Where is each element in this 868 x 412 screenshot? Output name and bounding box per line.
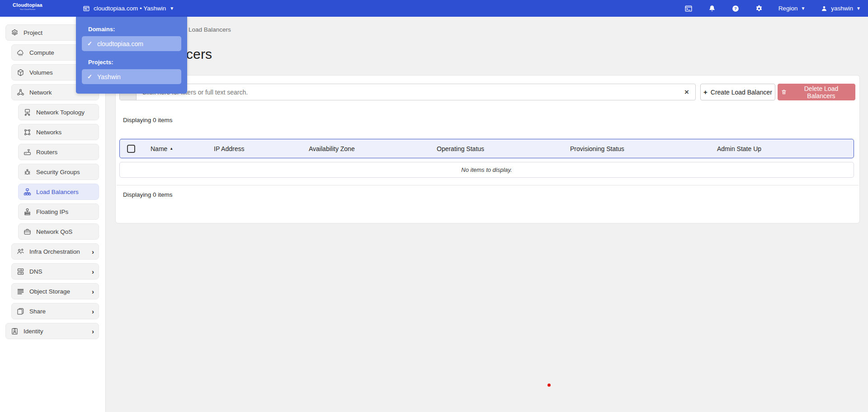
- delete-load-balancers-button[interactable]: Delete Load Balancers: [778, 84, 855, 100]
- plus-icon: +: [703, 88, 708, 96]
- domain-project-switcher[interactable]: cloudtopiaa.com • Yashwin ▼: [83, 0, 174, 17]
- red-dot-marker: [547, 384, 551, 387]
- column-label: IP Address: [214, 145, 244, 152]
- chevron-down-icon: ▼: [801, 6, 805, 11]
- username: yashwin: [831, 5, 853, 12]
- network-icon: [16, 88, 25, 97]
- project-option-label: Yashwin: [97, 73, 121, 81]
- projects-label: Projects:: [88, 59, 181, 66]
- context-list-icon: [83, 5, 90, 12]
- region-menu[interactable]: Region ▼: [778, 5, 806, 12]
- sidebar-item-label: Identity: [24, 328, 43, 335]
- column-header-availability-zone[interactable]: Availability Zone: [304, 145, 432, 152]
- column-header-admin-state-up[interactable]: Admin State Up: [712, 145, 854, 152]
- router-icon: [23, 148, 32, 156]
- sidebar-item-label: Load Balancers: [36, 189, 79, 195]
- sidebar-item-label: Floating IPs: [36, 208, 68, 215]
- networks-icon: [23, 128, 32, 137]
- user-icon: [821, 5, 828, 12]
- items-count-top: Displaying 0 items: [123, 117, 173, 123]
- domain-option-cloudtopiaa-com[interactable]: ✓cloudtopiaa.com: [82, 36, 181, 51]
- topology-icon: [23, 108, 32, 117]
- user-menu[interactable]: yashwin ▼: [821, 5, 861, 12]
- chevron-right-icon: ›: [92, 288, 94, 295]
- sidebar-item-dns[interactable]: DNS›: [11, 263, 99, 279]
- project-icon: [10, 28, 19, 37]
- sidebar-item-label: Volumes: [29, 69, 53, 76]
- column-header-provisioning-status[interactable]: Provisioning Status: [566, 145, 712, 152]
- sidebar-item-label: Security Groups: [36, 169, 80, 175]
- sidebar-item-network-qos[interactable]: Network QoS: [18, 223, 99, 240]
- sidebar-item-label: Infra Orchestration: [29, 248, 80, 255]
- security-icon: [23, 168, 32, 176]
- sidebar-item-identity[interactable]: Identity›: [5, 323, 99, 339]
- check-icon: ✓: [87, 40, 92, 47]
- check-icon: ✓: [87, 73, 92, 80]
- column-header-operating-status[interactable]: Operating Status: [432, 145, 566, 152]
- search-bar: ×: [119, 84, 696, 100]
- sidebar-item-networks[interactable]: Networks: [18, 124, 99, 140]
- bell-icon[interactable]: [708, 5, 716, 13]
- sidebar-item-infra-orchestration[interactable]: Infra Orchestration›: [11, 243, 99, 260]
- select-all-cell: [120, 145, 146, 153]
- sidebar-item-routers[interactable]: Routers: [18, 144, 99, 160]
- clear-search-icon[interactable]: ×: [678, 84, 695, 100]
- sidebar-item-share[interactable]: Share›: [11, 303, 99, 319]
- select-all-checkbox[interactable]: [127, 145, 135, 153]
- main-content: Load Balancers Load Balancers × + Create…: [106, 17, 868, 412]
- sort-asc-icon: ▲: [170, 147, 173, 151]
- column-header-name[interactable]: Name▲: [146, 145, 209, 152]
- create-load-balancer-button[interactable]: + Create Load Balancer: [700, 84, 775, 100]
- sidebar-item-label: Project: [24, 29, 42, 36]
- column-label: Provisioning Status: [570, 145, 624, 152]
- gear-icon[interactable]: [755, 5, 763, 13]
- sidebar-item-load-balancers[interactable]: Load Balancers: [18, 184, 99, 200]
- storage-icon: [16, 287, 25, 296]
- load-balancers-panel: × + Create Load Balancer Delete Load Bal…: [115, 75, 860, 223]
- chevron-right-icon: ›: [92, 248, 94, 256]
- sidebar-item-floating-ips[interactable]: Floating IPs: [18, 204, 99, 220]
- sidebar-item-label: Network Topology: [36, 109, 85, 116]
- chevron-down-icon: ▼: [170, 6, 174, 11]
- sidebar-item-label: Network: [29, 89, 52, 96]
- identity-icon: [10, 327, 19, 336]
- domains-label: Domains:: [88, 26, 181, 33]
- topbar: Cloudtopiaa Your Cloud Partner cloudtopi…: [0, 0, 868, 17]
- sidebar-item-security-groups[interactable]: Security Groups: [18, 164, 99, 180]
- domain-option-label: cloudtopiaa.com: [97, 40, 143, 47]
- create-button-label: Create Load Balancer: [711, 89, 772, 96]
- logo[interactable]: Cloudtopiaa Your Cloud Partner: [8, 3, 47, 11]
- logo-tagline: Your Cloud Partner: [14, 9, 41, 10]
- items-count-bottom: Displaying 0 items: [123, 191, 173, 198]
- column-label: Operating Status: [437, 145, 484, 152]
- search-input[interactable]: [137, 84, 678, 100]
- table-header-row: Name▲IP AddressAvailability ZoneOperatin…: [119, 139, 854, 158]
- compute-icon: [16, 48, 25, 57]
- column-header-ip-address[interactable]: IP Address: [209, 145, 304, 152]
- project-option-yashwin[interactable]: ✓Yashwin: [82, 69, 181, 84]
- domain-project-dropdown: Domains: ✓cloudtopiaa.com Projects: ✓Yas…: [76, 17, 187, 94]
- load-balancer-icon: [23, 188, 32, 196]
- sidebar-item-label: Object Storage: [29, 288, 70, 295]
- chevron-right-icon: ›: [92, 327, 94, 335]
- context-switcher-label: cloudtopiaa.com • Yashwin: [94, 5, 166, 12]
- chevron-right-icon: ›: [92, 268, 94, 275]
- breadcrumb[interactable]: Load Balancers: [189, 26, 231, 33]
- column-label: Name: [151, 145, 167, 152]
- sidebar-item-network-topology[interactable]: Network Topology: [18, 104, 99, 120]
- table-empty-row: No items to display.: [119, 162, 854, 178]
- column-label: Availability Zone: [309, 145, 355, 152]
- help-icon[interactable]: ?: [731, 5, 740, 13]
- sidebar-item-label: Networks: [36, 129, 61, 136]
- region-label: Region: [778, 5, 798, 12]
- trash-icon: [781, 89, 787, 95]
- terminal-icon[interactable]: [684, 5, 693, 13]
- qos-icon: [23, 227, 32, 236]
- infra-icon: [16, 247, 25, 256]
- sidebar-item-object-storage[interactable]: Object Storage›: [11, 283, 99, 299]
- delete-button-label: Delete Load Balancers: [790, 85, 852, 99]
- sidebar-item-label: Network QoS: [36, 228, 72, 235]
- topbar-actions: ? Region ▼ yashwin ▼: [684, 0, 861, 17]
- empty-message: No items to display.: [461, 166, 512, 173]
- share-icon: [16, 307, 25, 316]
